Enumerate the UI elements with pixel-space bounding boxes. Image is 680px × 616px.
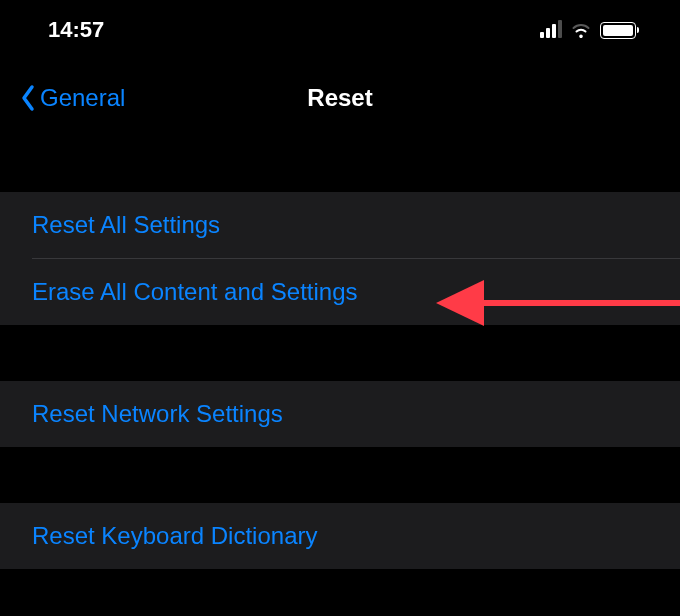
battery-icon [600,22,636,39]
wifi-icon [570,21,592,39]
chevron-left-icon [20,84,36,112]
status-bar: 14:57 [0,0,680,60]
reset-group-2: Reset Network Settings [0,381,680,447]
reset-group-3: Reset Keyboard Dictionary [0,503,680,569]
back-button[interactable]: General [20,84,125,112]
page-title: Reset [307,84,372,112]
reset-all-settings[interactable]: Reset All Settings [0,192,680,258]
status-time: 14:57 [48,17,104,43]
cellular-signal-icon [540,22,562,38]
section-gap [0,447,680,503]
section-gap [0,136,680,192]
erase-all-content-and-settings[interactable]: Erase All Content and Settings [0,259,680,325]
reset-network-settings[interactable]: Reset Network Settings [0,381,680,447]
back-label: General [40,84,125,112]
reset-group-1: Reset All Settings Erase All Content and… [0,192,680,325]
status-icons [540,21,636,39]
reset-keyboard-dictionary[interactable]: Reset Keyboard Dictionary [0,503,680,569]
section-gap [0,325,680,381]
nav-bar: General Reset [0,60,680,136]
